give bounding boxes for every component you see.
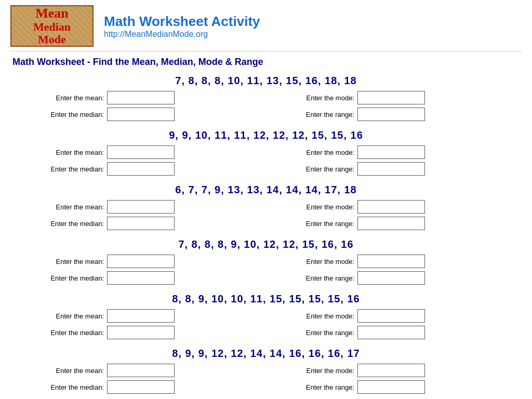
median-input-2[interactable] xyxy=(107,162,175,176)
logo-mode: Mode xyxy=(33,33,71,46)
mean-label-2: Enter the mean: xyxy=(42,149,104,156)
row2-problem-6: Enter the median: Enter the range: xyxy=(10,380,522,394)
mode-input-5[interactable] xyxy=(357,309,425,323)
mode-label-1: Enter the mode: xyxy=(292,94,354,102)
mean-label-3: Enter the mean: xyxy=(42,203,104,211)
median-label-4: Enter the median: xyxy=(42,274,104,282)
range-input-1[interactable] xyxy=(357,108,425,121)
row1-problem-4: Enter the mean: Enter the mode: xyxy=(10,255,522,268)
row2-problem-4: Enter the median: Enter the range: xyxy=(10,271,522,285)
logo-median: Median xyxy=(33,21,71,33)
header-info: Math Worksheet Activity http://MeanMedia… xyxy=(104,14,260,39)
median-label-6: Enter the median: xyxy=(42,383,104,391)
number-set-6: 8, 9, 9, 12, 12, 14, 14, 16, 16, 16, 17 xyxy=(10,348,522,360)
number-set-1: 7, 8, 8, 8, 10, 11, 13, 15, 16, 18, 18 xyxy=(10,75,522,87)
logo: Mean Median Mode xyxy=(10,5,94,47)
logo-mean: Mean xyxy=(33,6,71,21)
page: Mean Median Mode Math Worksheet Activity… xyxy=(0,0,532,399)
number-set-5: 8, 8, 9, 10, 10, 11, 15, 15, 15, 15, 16 xyxy=(10,293,522,305)
row1-problem-2: Enter the mean: Enter the mode: xyxy=(10,145,522,159)
mode-input-4[interactable] xyxy=(357,255,425,268)
mode-input-2[interactable] xyxy=(357,145,425,159)
median-input-6[interactable] xyxy=(107,380,175,394)
mode-input-1[interactable] xyxy=(357,91,425,104)
range-input-2[interactable] xyxy=(357,162,425,176)
median-label-3: Enter the median: xyxy=(42,220,104,228)
problem-2: 9, 9, 10, 11, 11, 12, 12, 12, 15, 15, 16… xyxy=(10,129,522,176)
number-set-4: 7, 8, 8, 8, 9, 10, 12, 12, 15, 16, 16 xyxy=(10,238,522,250)
median-label-2: Enter the median: xyxy=(42,165,104,173)
number-set-2: 9, 9, 10, 11, 11, 12, 12, 12, 15, 15, 16 xyxy=(10,129,522,141)
median-input-5[interactable] xyxy=(107,326,175,339)
range-label-1: Enter the range: xyxy=(292,111,354,118)
mean-label-6: Enter the mean: xyxy=(42,367,104,375)
range-label-3: Enter the range: xyxy=(292,220,354,228)
problem-6: 8, 9, 9, 12, 12, 14, 14, 16, 16, 16, 17E… xyxy=(10,348,522,394)
mode-input-3[interactable] xyxy=(357,200,425,214)
problem-4: 7, 8, 8, 8, 9, 10, 12, 12, 15, 16, 16Ent… xyxy=(10,238,522,285)
range-input-5[interactable] xyxy=(357,326,425,339)
mode-label-6: Enter the mode: xyxy=(292,367,354,375)
site-url: http://MeanMedianMode.org xyxy=(104,30,260,39)
range-input-6[interactable] xyxy=(357,380,425,394)
mode-label-2: Enter the mode: xyxy=(292,149,354,156)
header: Mean Median Mode Math Worksheet Activity… xyxy=(10,5,522,51)
mean-label-4: Enter the mean: xyxy=(42,258,104,265)
row1-problem-3: Enter the mean: Enter the mode: xyxy=(10,200,522,214)
median-input-1[interactable] xyxy=(107,108,175,121)
mean-label-1: Enter the mean: xyxy=(42,94,104,102)
mean-input-3[interactable] xyxy=(107,200,175,214)
range-label-6: Enter the range: xyxy=(292,383,354,391)
mean-input-5[interactable] xyxy=(107,309,175,323)
row1-problem-5: Enter the mean: Enter the mode: xyxy=(10,309,522,323)
median-input-4[interactable] xyxy=(107,271,175,285)
problem-3: 6, 7, 7, 9, 13, 13, 14, 14, 14, 17, 18En… xyxy=(10,184,522,230)
number-set-3: 6, 7, 7, 9, 13, 13, 14, 14, 14, 17, 18 xyxy=(10,184,522,196)
mean-input-4[interactable] xyxy=(107,255,175,268)
range-input-3[interactable] xyxy=(357,217,425,230)
range-input-4[interactable] xyxy=(357,271,425,285)
row1-problem-1: Enter the mean: Enter the mode: xyxy=(10,91,522,104)
mode-label-3: Enter the mode: xyxy=(292,203,354,211)
problem-5: 8, 8, 9, 10, 10, 11, 15, 15, 15, 15, 16E… xyxy=(10,293,522,339)
mode-label-5: Enter the mode: xyxy=(292,312,354,320)
worksheet-title: Math Worksheet - Find the Mean, Median, … xyxy=(10,57,522,68)
median-input-3[interactable] xyxy=(107,217,175,230)
range-label-5: Enter the range: xyxy=(292,329,354,337)
mode-input-6[interactable] xyxy=(357,364,425,377)
site-title: Math Worksheet Activity xyxy=(104,14,260,30)
problem-1: 7, 8, 8, 8, 10, 11, 13, 15, 16, 18, 18En… xyxy=(10,75,522,121)
range-label-2: Enter the range: xyxy=(292,165,354,173)
median-label-5: Enter the median: xyxy=(42,329,104,337)
mean-input-1[interactable] xyxy=(107,91,175,104)
row2-problem-2: Enter the median: Enter the range: xyxy=(10,162,522,176)
logo-text: Mean Median Mode xyxy=(33,6,71,46)
row1-problem-6: Enter the mean: Enter the mode: xyxy=(10,364,522,377)
row2-problem-5: Enter the median: Enter the range: xyxy=(10,326,522,339)
problems-container: 7, 8, 8, 8, 10, 11, 13, 15, 16, 18, 18En… xyxy=(10,75,522,394)
mode-label-4: Enter the mode: xyxy=(292,258,354,265)
mean-label-5: Enter the mean: xyxy=(42,312,104,320)
range-label-4: Enter the range: xyxy=(292,274,354,282)
mean-input-6[interactable] xyxy=(107,364,175,377)
median-label-1: Enter the median: xyxy=(42,111,104,118)
mean-input-2[interactable] xyxy=(107,145,175,159)
row2-problem-1: Enter the median: Enter the range: xyxy=(10,108,522,121)
row2-problem-3: Enter the median: Enter the range: xyxy=(10,217,522,230)
